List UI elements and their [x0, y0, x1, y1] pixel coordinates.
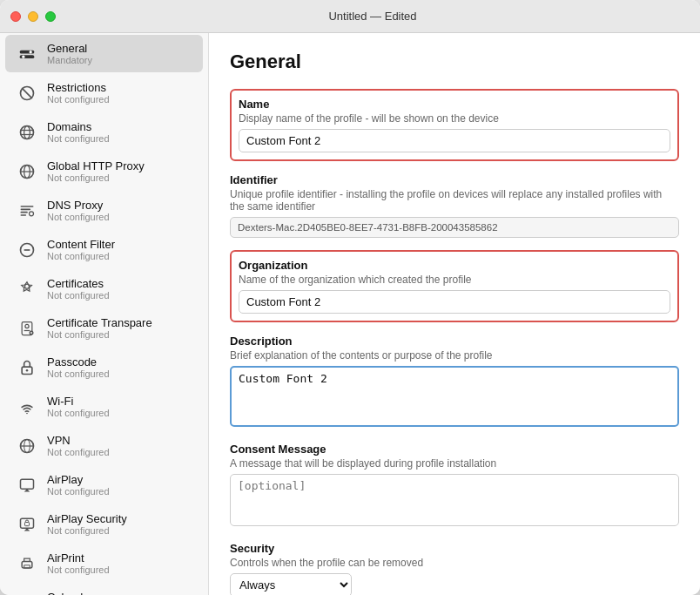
app-window: Untitled — Edited General Mandatory — [0, 0, 700, 595]
svg-point-25 — [26, 412, 28, 414]
sidebar-restrictions-label: Restrictions — [47, 81, 110, 94]
sidebar-item-dns-proxy[interactable]: DNS Proxy Not configured — [5, 192, 203, 229]
consent-textarea[interactable] — [230, 474, 679, 526]
wifi-icon — [16, 396, 38, 418]
sidebar-calendar-label: Calendar — [47, 591, 110, 595]
sidebar-item-certificates[interactable]: Certificates Not configured — [5, 270, 203, 308]
sidebar-certificates-label: Certificates — [47, 277, 110, 290]
svg-rect-29 — [21, 479, 34, 489]
sidebar-wifi-text: Wi-Fi Not configured — [47, 395, 110, 418]
close-button[interactable] — [10, 11, 21, 22]
sidebar-item-passcode[interactable]: Passcode Not configured — [5, 348, 203, 386]
organization-field-group: Organization Name of the organization wh… — [230, 250, 679, 322]
sidebar-airplay-security-label: AirPlay Security — [47, 512, 127, 525]
sidebar-item-airplay[interactable]: AirPlay Not configured — [5, 466, 203, 504]
domains-icon — [16, 121, 38, 144]
sidebar-domains-text: Domains Not configured — [47, 120, 110, 144]
sidebar-global-http-proxy-label: Global HTTP Proxy — [47, 159, 145, 172]
identifier-desc: Unique profile identifier - installing t… — [230, 188, 679, 213]
svg-rect-0 — [20, 50, 35, 53]
sidebar-vpn-label: VPN — [47, 434, 110, 447]
sidebar-passcode-text: Passcode Not configured — [47, 355, 110, 379]
traffic-lights — [10, 11, 56, 22]
svg-point-18 — [25, 324, 29, 328]
description-field-group: Description Brief explanation of the con… — [230, 335, 679, 430]
svg-rect-2 — [20, 55, 35, 58]
sidebar-certificates-text: Certificates Not configured — [47, 277, 110, 301]
sidebar-cert-transpare-label: Certificate Transpare — [47, 316, 152, 329]
sidebar-domains-sublabel: Not configured — [47, 133, 110, 144]
passcode-icon — [16, 356, 38, 379]
svg-point-6 — [21, 125, 34, 139]
svg-line-5 — [22, 88, 32, 98]
certificates-icon — [16, 278, 38, 301]
calendar-icon — [16, 592, 38, 596]
svg-rect-33 — [24, 565, 30, 567]
sidebar-item-vpn[interactable]: VPN Not configured — [5, 427, 203, 464]
sidebar-vpn-sublabel: Not configured — [47, 447, 110, 457]
sidebar-item-airplay-security[interactable]: AirPlay Security Not configured — [5, 505, 203, 543]
consent-label: Consent Message — [230, 443, 679, 456]
sidebar: General Mandatory Restrictions Not confi… — [0, 33, 209, 595]
sidebar-item-domains[interactable]: Domains Not configured — [5, 113, 203, 151]
sidebar-item-restrictions[interactable]: Restrictions Not configured — [5, 74, 203, 112]
titlebar: Untitled — Edited — [0, 0, 700, 33]
name-label: Name — [239, 98, 670, 111]
sidebar-item-calendar[interactable]: Calendar Not configured — [5, 584, 203, 595]
dns-proxy-icon — [16, 199, 38, 222]
description-textarea[interactable]: Custom Font 2 — [230, 366, 679, 427]
organization-input[interactable] — [239, 290, 670, 314]
main-content: General Name Display name of the profile… — [209, 33, 700, 595]
sidebar-item-global-http-proxy[interactable]: Global HTTP Proxy Not configured — [5, 152, 203, 190]
sidebar-airplay-security-sublabel: Not configured — [47, 525, 127, 536]
organization-desc: Name of the organization which created t… — [239, 274, 670, 286]
sidebar-vpn-text: VPN Not configured — [47, 434, 110, 457]
security-field-group: Security Controls when the profile can b… — [230, 542, 679, 595]
sidebar-certificates-sublabel: Not configured — [47, 290, 110, 301]
sidebar-general-sublabel: Mandatory — [47, 55, 92, 65]
identifier-input[interactable] — [230, 217, 679, 238]
description-desc: Brief explanation of the contents or pur… — [230, 349, 679, 362]
sidebar-restrictions-sublabel: Not configured — [47, 94, 110, 105]
sidebar-airplay-sublabel: Not configured — [47, 486, 110, 497]
vpn-icon — [16, 435, 38, 457]
sidebar-passcode-sublabel: Not configured — [47, 368, 110, 379]
sidebar-airplay-text: AirPlay Not configured — [47, 473, 110, 497]
sidebar-item-general[interactable]: General Mandatory — [5, 35, 203, 72]
sidebar-passcode-label: Passcode — [47, 355, 110, 368]
security-desc: Controls when the profile can be removed — [230, 557, 679, 569]
cert-transpare-icon — [16, 317, 38, 340]
sidebar-global-http-proxy-sublabel: Not configured — [47, 172, 145, 183]
consent-desc: A message that will be displayed during … — [230, 457, 679, 470]
consent-field-group: Consent Message A message that will be d… — [230, 443, 679, 530]
sidebar-item-airprint[interactable]: AirPrint Not configured — [5, 544, 203, 582]
toggle-icon — [16, 43, 38, 65]
identifier-field-group: Identifier Unique profile identifier - i… — [230, 173, 679, 238]
sidebar-restrictions-text: Restrictions Not configured — [47, 81, 110, 105]
name-field-group: Name Display name of the profile - will … — [230, 89, 679, 161]
sidebar-item-cert-transpare[interactable]: Certificate Transpare Not configured — [5, 309, 203, 347]
sidebar-dns-proxy-sublabel: Not configured — [47, 212, 110, 222]
sidebar-item-wifi[interactable]: Wi-Fi Not configured — [5, 388, 203, 425]
svg-rect-31 — [25, 522, 30, 525]
security-select[interactable]: Always With Authorization Never — [230, 573, 352, 595]
svg-point-13 — [30, 211, 34, 215]
sidebar-dns-proxy-text: DNS Proxy Not configured — [47, 199, 110, 222]
maximize-button[interactable] — [45, 11, 56, 22]
sidebar-cert-transpare-text: Certificate Transpare Not configured — [47, 316, 152, 340]
sidebar-airprint-label: AirPrint — [47, 551, 110, 565]
restrictions-icon — [16, 82, 38, 105]
sidebar-item-content-filter[interactable]: Content Filter Not configured — [5, 231, 203, 268]
sidebar-calendar-text: Calendar Not configured — [47, 591, 110, 595]
window-title: Untitled — Edited — [56, 10, 690, 23]
content-filter-icon — [16, 239, 38, 261]
sidebar-domains-label: Domains — [47, 120, 110, 133]
svg-point-3 — [22, 55, 24, 57]
security-label: Security — [230, 542, 679, 555]
sidebar-content-filter-text: Content Filter Not configured — [47, 238, 115, 261]
name-input[interactable] — [239, 129, 670, 152]
identifier-label: Identifier — [230, 173, 679, 186]
minimize-button[interactable] — [28, 11, 38, 22]
airplay-security-icon — [16, 513, 38, 536]
page-title: General — [230, 51, 679, 73]
